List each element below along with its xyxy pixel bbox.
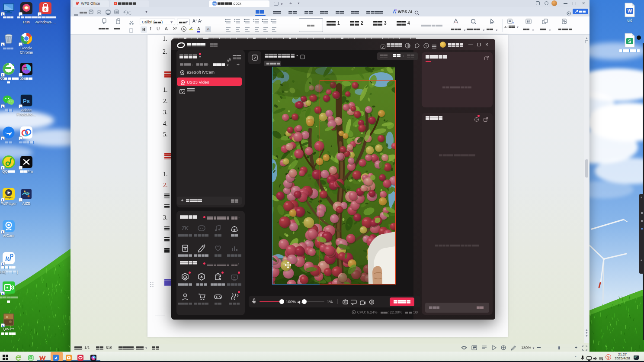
svg-text:S: S bbox=[628, 39, 631, 44]
svg-text:Player: Player bbox=[5, 196, 13, 199]
svg-text:7K: 7K bbox=[182, 225, 189, 231]
svg-text:e: e bbox=[44, 7, 47, 12]
svg-text:Ps: Ps bbox=[23, 98, 30, 104]
svg-text:W: W bbox=[213, 2, 216, 5]
svg-text:OBS: OBS bbox=[23, 68, 28, 70]
svg-text:AIZB: AIZB bbox=[24, 192, 29, 194]
svg-text:?: ? bbox=[425, 44, 427, 48]
svg-text:W: W bbox=[628, 8, 632, 13]
